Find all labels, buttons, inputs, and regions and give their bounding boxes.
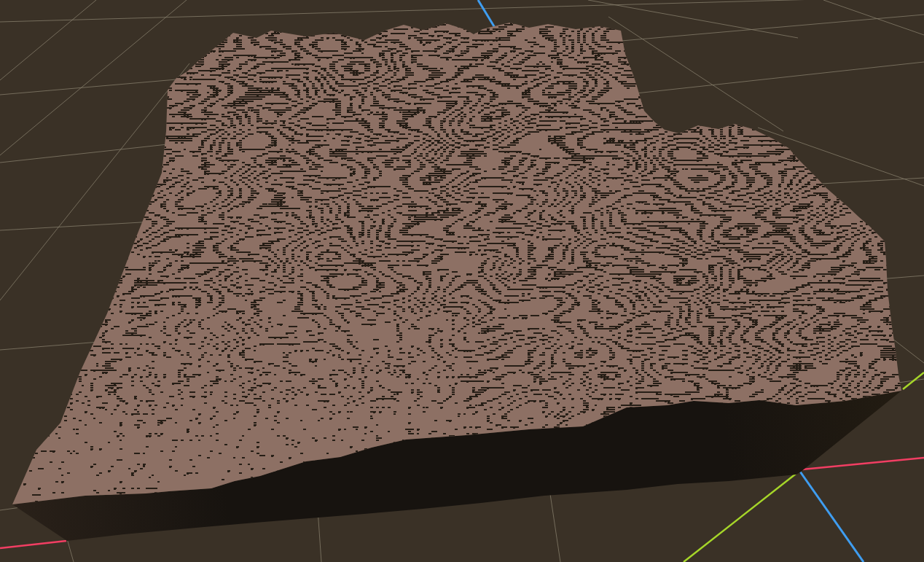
- viewport-3d[interactable]: [0, 0, 924, 562]
- terrain-mesh[interactable]: [0, 0, 924, 562]
